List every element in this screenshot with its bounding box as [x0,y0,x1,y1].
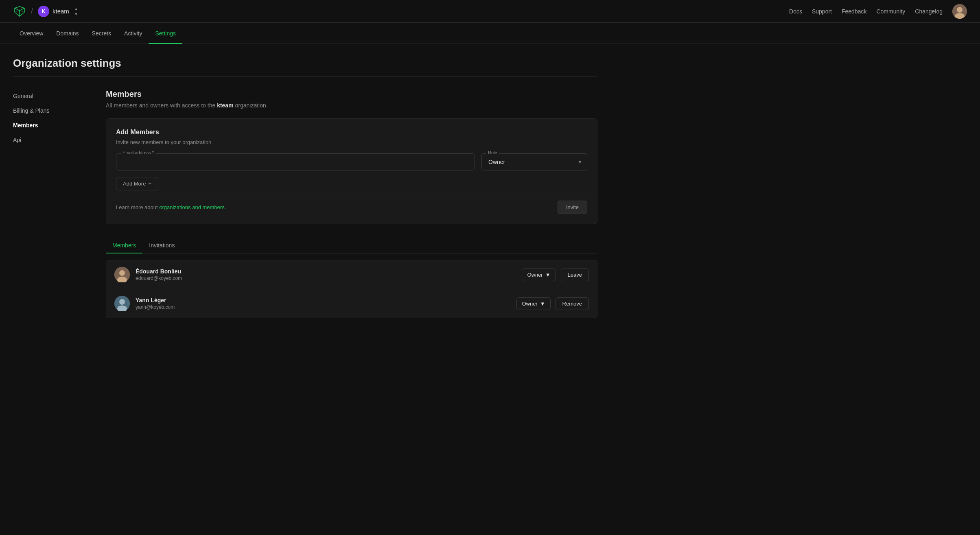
member-role-label-1: Owner [522,301,537,307]
settings-sidebar: General Billing & Plans Members Api [13,90,86,318]
card-footer: Learn more about organizations and membe… [116,194,587,214]
role-select-group: Role Owner Member ▼ [481,153,587,170]
logo-icon [13,5,26,18]
add-members-card: Add Members Invite new members to your o… [106,118,597,224]
email-input-group: Email address * [116,153,475,170]
page-title: Organization settings [13,57,597,70]
add-more-button[interactable]: Add More + [116,177,158,190]
page-divider [13,76,597,76]
svg-point-7 [119,299,125,305]
tab-overview[interactable]: Overview [13,23,50,44]
section-desc: All members and owners with access to th… [106,102,597,109]
member-info-0: Édouard Bonlieu edouard@koyeb.com [136,268,522,281]
nav-slash: / [31,7,33,15]
member-role-label-0: Owner [527,272,542,278]
sidebar-item-billing[interactable]: Billing & Plans [13,104,86,117]
member-actions-1: Owner ▼ Remove [516,297,589,310]
nav-link-docs[interactable]: Docs [789,8,802,15]
footer-link[interactable]: organizations and members. [159,204,226,210]
content-layout: General Billing & Plans Members Api Memb… [13,90,597,318]
member-name-1: Yann Léger [136,297,516,304]
invite-form-row: Email address * Role Owner Member ▼ [116,153,587,170]
member-email-0: edouard@koyeb.com [136,275,522,281]
org-name: kteam [52,8,69,15]
member-row: Édouard Bonlieu edouard@koyeb.com Owner … [106,260,597,289]
invite-button[interactable]: Invite [558,201,587,214]
tab-domains[interactable]: Domains [50,23,85,44]
members-tab-invitations[interactable]: Invitations [142,237,181,253]
member-action-btn-1[interactable]: Remove [556,297,589,310]
footer-text-prefix: Learn more about [116,204,159,210]
member-avatar-1 [114,296,130,311]
main-tabs: Overview Domains Secrets Activity Settin… [0,23,980,44]
add-members-desc: Invite new members to your organization [116,139,587,145]
member-role-select-1[interactable]: Owner ▼ [516,297,550,310]
nav-link-support[interactable]: Support [812,8,832,15]
sidebar-item-general[interactable]: General [13,90,86,103]
role-select[interactable]: Owner Member [481,153,587,170]
svg-point-4 [119,270,125,276]
footer-text: Learn more about organizations and membe… [116,204,226,210]
member-actions-0: Owner ▼ Leave [522,269,589,281]
member-row: Yann Léger yann@koyeb.com Owner ▼ Remove [106,289,597,318]
member-avatar-0 [114,267,130,282]
main-content: Members All members and owners with acce… [106,90,597,318]
nav-link-feedback[interactable]: Feedback [842,8,866,15]
nav-right: Docs Support Feedback Community Changelo… [789,4,967,19]
nav-left: / K kteam ▲ ▼ [13,5,78,18]
sidebar-item-api[interactable]: Api [13,133,86,146]
tab-settings[interactable]: Settings [149,23,182,44]
nav-link-community[interactable]: Community [876,8,905,15]
members-list: Édouard Bonlieu edouard@koyeb.com Owner … [106,260,597,318]
section-desc-suffix: organization. [234,102,268,109]
nav-link-changelog[interactable]: Changelog [915,8,943,15]
section-org-name: kteam [217,102,233,109]
members-tab-members[interactable]: Members [106,237,142,253]
org-switcher[interactable]: ▲ ▼ [74,7,78,16]
tab-secrets[interactable]: Secrets [85,23,118,44]
member-info-1: Yann Léger yann@koyeb.com [136,297,516,310]
member-action-btn-0[interactable]: Leave [561,269,589,281]
user-avatar[interactable] [952,4,967,19]
section-desc-prefix: All members and owners with access to th… [106,102,217,109]
email-input-label: Email address * [121,150,155,155]
member-role-arrow-0: ▼ [545,272,551,278]
member-role-select-0[interactable]: Owner ▼ [522,269,556,281]
svg-point-1 [957,7,962,13]
top-nav: / K kteam ▲ ▼ Docs Support Feedback Comm… [0,0,980,23]
section-title: Members [106,90,597,99]
page-container: Organization settings General Billing & … [0,44,610,331]
member-email-1: yann@koyeb.com [136,304,516,310]
email-input[interactable] [116,153,475,170]
add-more-label: Add More [123,181,146,187]
add-members-title: Add Members [116,129,587,136]
member-name-0: Édouard Bonlieu [136,268,522,275]
role-select-label: Role [486,150,499,155]
members-tabs: Members Invitations [106,237,597,253]
add-more-icon: + [148,181,151,187]
tab-activity[interactable]: Activity [118,23,149,44]
sidebar-item-members[interactable]: Members [13,119,86,132]
member-role-arrow-1: ▼ [540,301,545,307]
logo[interactable] [13,5,26,18]
org-initial-badge: K [38,6,49,17]
